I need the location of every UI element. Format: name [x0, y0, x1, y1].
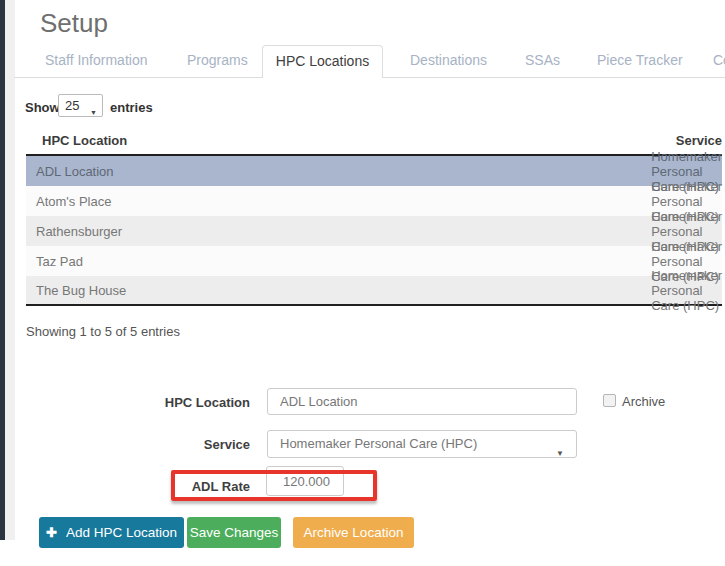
plus-icon: ✚: [46, 525, 57, 540]
cell-location: Rathensburger: [26, 224, 265, 239]
table-row[interactable]: The Bug House Homemaker Personal Care (H…: [26, 276, 722, 306]
dropdown-arrow-icon: ▼: [556, 441, 564, 467]
entries-label: entries: [110, 100, 153, 115]
cell-location: Atom's Place: [26, 194, 265, 209]
cell-location: ADL Location: [26, 164, 265, 179]
tab-partial-clipped[interactable]: Co: [713, 52, 725, 68]
table-summary: Showing 1 to 5 of 5 entries: [26, 324, 180, 339]
cell-location: Taz Pad: [26, 254, 265, 269]
cell-location: The Bug House: [26, 283, 265, 298]
save-changes-button[interactable]: Save Changes: [187, 517, 281, 548]
archive-location-button[interactable]: Archive Location: [293, 517, 414, 548]
tab-staff-information[interactable]: Staff Information: [45, 52, 147, 68]
page-size-value: 25: [65, 98, 79, 113]
adl-rate-input[interactable]: [266, 466, 344, 496]
adl-rate-label: ADL Rate: [100, 479, 250, 494]
add-hpc-location-button[interactable]: ✚ Add HPC Location: [39, 517, 184, 548]
service-select-value: Homemaker Personal Care (HPC): [280, 436, 477, 451]
page-size-select[interactable]: 25 ▼: [58, 94, 103, 117]
content-left-gutter: [5, 0, 15, 540]
tab-hpc-locations[interactable]: HPC Locations: [262, 45, 383, 78]
page-title: Setup: [40, 8, 108, 39]
hpc-locations-table: HPC Location Service ADL Location Homema…: [26, 133, 722, 306]
service-select[interactable]: Homemaker Personal Care (HPC) ▼: [267, 430, 577, 458]
service-label: Service: [100, 437, 250, 452]
tab-programs[interactable]: Programs: [187, 52, 248, 68]
dropdown-arrow-icon: ▼: [90, 102, 97, 123]
column-header-hpc-location[interactable]: HPC Location: [26, 133, 282, 154]
tab-ssas[interactable]: SSAs: [525, 52, 560, 68]
hpc-location-input[interactable]: [267, 388, 577, 415]
hpc-location-label: HPC Location: [100, 395, 250, 410]
archive-label: Archive: [622, 394, 665, 409]
cell-service: Homemaker Personal Care (HPC): [265, 268, 722, 313]
show-label: Show: [25, 100, 60, 115]
tab-destinations[interactable]: Destinations: [410, 52, 487, 68]
tab-piece-tracker[interactable]: Piece Tracker: [597, 52, 683, 68]
archive-checkbox[interactable]: [603, 394, 616, 407]
add-hpc-location-button-label: Add HPC Location: [63, 525, 177, 540]
